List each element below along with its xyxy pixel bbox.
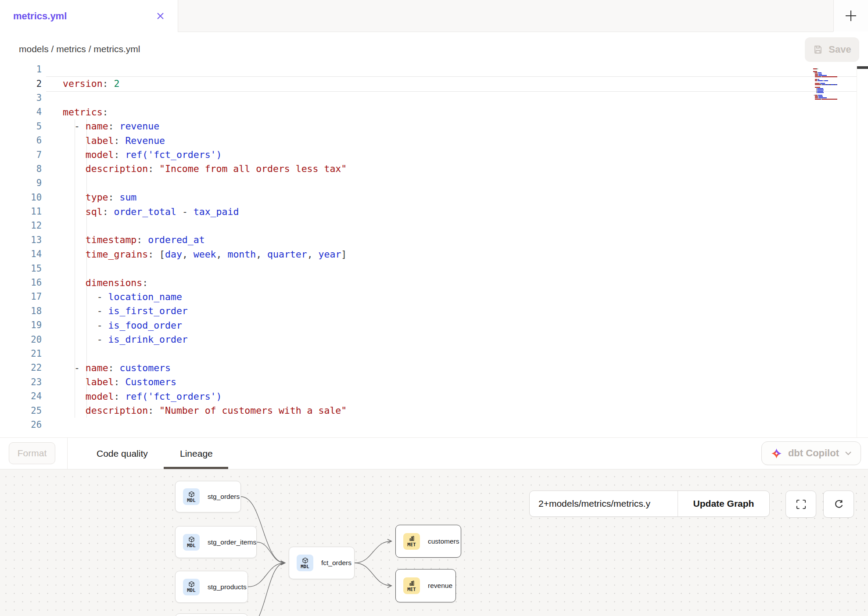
line-number: 10 xyxy=(0,192,42,203)
lineage-node-stg_products[interactable]: MDLstg_products xyxy=(175,571,248,603)
save-label: Save xyxy=(829,44,851,55)
format-button[interactable]: Format xyxy=(9,442,55,464)
lineage-selector-input[interactable] xyxy=(530,491,678,516)
fullscreen-button[interactable] xyxy=(786,491,816,518)
lineage-node-customers[interactable]: METcustomers xyxy=(395,525,461,558)
close-tab-icon[interactable] xyxy=(156,12,165,20)
code-line: 19 - is_food_order xyxy=(0,318,868,332)
model-cube-icon xyxy=(302,557,308,564)
lineage-node-fct_orders[interactable]: MDLfct_orders xyxy=(289,547,355,579)
metric-chart-icon xyxy=(409,535,415,542)
new-tab-button[interactable] xyxy=(833,0,868,32)
active-tab-underline xyxy=(164,467,228,469)
node-label: fct_orders xyxy=(321,559,352,567)
tab-strip-empty xyxy=(178,0,833,32)
ruler-cursor-mark xyxy=(857,66,868,69)
line-number: 24 xyxy=(0,391,42,401)
lineage-edge xyxy=(248,563,285,587)
code-line: 12 xyxy=(0,218,868,233)
code-line: 9 xyxy=(0,176,868,190)
editor-lines: 12version: 234metrics:5 - name: revenue6… xyxy=(0,62,868,432)
chevron-down-icon xyxy=(845,451,852,455)
overview-ruler[interactable] xyxy=(857,66,868,437)
metric-chart-icon xyxy=(409,580,415,587)
code-line: 5 - name: revenue xyxy=(0,119,868,133)
line-number: 16 xyxy=(0,277,42,288)
tab-metrics-yml[interactable]: metrics.yml xyxy=(0,0,178,32)
line-number: 13 xyxy=(0,235,42,245)
lineage-node-partial_model[interactable] xyxy=(175,613,248,616)
floppy-icon xyxy=(813,44,823,55)
code-line: 1 xyxy=(0,62,868,76)
editor-bottom-toolbar: Format Code quality Lineage dbt Copilot xyxy=(0,437,868,469)
line-number: 18 xyxy=(0,306,42,316)
metric-badge: MET xyxy=(403,577,420,594)
model-badge: MDL xyxy=(183,534,200,551)
line-number: 15 xyxy=(0,263,42,274)
lineage-search-box: Update Graph xyxy=(529,491,770,517)
save-button[interactable]: Save xyxy=(805,37,859,62)
line-number: 17 xyxy=(0,291,42,302)
line-number: 21 xyxy=(0,348,42,359)
line-number: 8 xyxy=(0,164,42,174)
dbt-copilot-button[interactable]: dbt Copilot xyxy=(761,441,861,465)
breadcrumb: models / metrics / metrics.yml xyxy=(19,44,140,54)
model-badge: MDL xyxy=(297,555,313,571)
dbt-ide-window: metrics.yml models / metrics / metrics.y… xyxy=(0,0,868,616)
model-cube-icon xyxy=(188,581,195,587)
line-number: 22 xyxy=(0,362,42,373)
node-label: stg_orders xyxy=(208,493,240,501)
node-label: revenue xyxy=(428,582,452,590)
lineage-node-stg_orders[interactable]: MDLstg_orders xyxy=(175,481,241,512)
code-line: 24 model: ref('fct_orders') xyxy=(0,389,868,403)
node-label: stg_products xyxy=(208,583,247,591)
line-number: 14 xyxy=(0,249,42,259)
line-number: 9 xyxy=(0,178,42,188)
code-editor[interactable]: 12version: 234metrics:5 - name: revenue6… xyxy=(0,66,868,437)
tab-code-quality[interactable]: Code quality xyxy=(97,438,148,469)
line-number: 12 xyxy=(0,220,42,231)
line-number: 20 xyxy=(0,334,42,345)
code-line: 25 description: "Number of customers wit… xyxy=(0,403,868,417)
code-line: 4metrics: xyxy=(0,105,868,119)
refresh-button[interactable] xyxy=(823,491,854,518)
lineage-edge xyxy=(248,563,285,616)
code-line: 16 dimensions: xyxy=(0,276,868,290)
line-number: 7 xyxy=(0,150,42,160)
refresh-icon xyxy=(833,498,845,510)
code-line: 23 label: Customers xyxy=(0,375,868,389)
code-line: 7 model: ref('fct_orders') xyxy=(0,147,868,161)
line-number: 25 xyxy=(0,405,42,416)
model-cube-icon xyxy=(188,491,195,498)
node-label: stg_order_items xyxy=(208,538,256,546)
code-line: 18 - is_first_order xyxy=(0,304,868,318)
code-line: 14 time_grains: [day, week, month, quart… xyxy=(0,247,868,261)
line-number: 4 xyxy=(0,107,42,117)
line-number: 6 xyxy=(0,135,42,146)
lineage-node-stg_order_items[interactable]: MDLstg_order_items xyxy=(175,526,257,558)
update-graph-button[interactable]: Update Graph xyxy=(678,491,769,516)
code-line: 15 xyxy=(0,261,868,275)
node-label: customers xyxy=(428,537,459,545)
model-badge: MDL xyxy=(183,579,200,595)
code-line: 22 - name: customers xyxy=(0,361,868,375)
tab-title: metrics.yml xyxy=(13,11,67,22)
metric-badge: MET xyxy=(403,533,420,550)
minimap[interactable] xyxy=(813,67,855,101)
breadcrumb-row: models / metrics / metrics.yml Save xyxy=(0,32,868,66)
code-line: 21 xyxy=(0,347,868,361)
line-number: 26 xyxy=(0,419,42,430)
tab-lineage[interactable]: Lineage xyxy=(180,438,213,469)
dbt-copilot-label: dbt Copilot xyxy=(788,448,839,459)
code-line: 20 - is_drink_order xyxy=(0,332,868,346)
code-line: 26 xyxy=(0,418,868,432)
code-line: 10 type: sum xyxy=(0,190,868,204)
lineage-edge xyxy=(257,542,285,563)
toolbar-divider xyxy=(67,438,68,469)
line-number: 23 xyxy=(0,377,42,387)
lineage-node-revenue[interactable]: METrevenue xyxy=(395,569,456,602)
lineage-panel[interactable]: MDLstg_ordersMDLstg_order_itemsMDLstg_pr… xyxy=(0,469,868,616)
line-number: 11 xyxy=(0,206,42,217)
code-line: 17 - location_name xyxy=(0,290,868,304)
line-number: 2 xyxy=(0,79,42,89)
